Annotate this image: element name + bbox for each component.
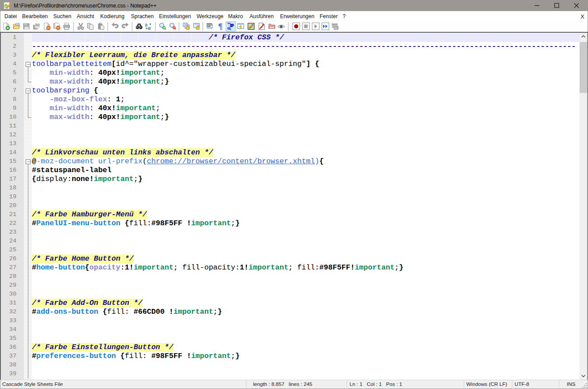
svg-text:¶: ¶ <box>218 23 223 30</box>
svg-text:a: a <box>148 24 151 30</box>
